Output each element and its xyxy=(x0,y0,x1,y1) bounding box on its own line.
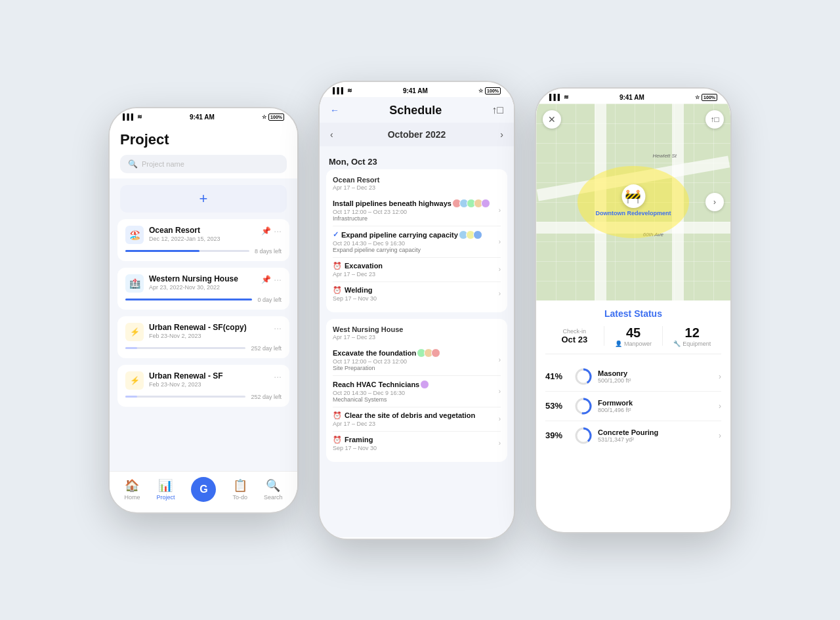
task-row[interactable]: ⏰ Excavation Apr 17 – Dec 23 › xyxy=(333,258,501,282)
stat-name: Concrete Pouring xyxy=(598,428,719,436)
checkin-label: Check-in xyxy=(545,328,604,335)
chevron-icon: › xyxy=(499,266,501,273)
progress-row-masonry[interactable]: 41% Masonry 500/1,200 ft² › xyxy=(545,362,721,392)
chevron-icon: › xyxy=(499,290,501,297)
status-section: Latest Status Check-in Oct 23 45 👤 Manpo… xyxy=(536,300,730,531)
project-name: Urban Renewal - SF(copy) xyxy=(149,323,247,332)
task-row[interactable]: ⏰ Welding Sep 17 – Nov 30 › xyxy=(333,282,501,306)
task-title-text: Welding xyxy=(345,286,373,294)
map-next-button[interactable]: › xyxy=(705,193,724,211)
chevron-right-icon: › xyxy=(719,402,721,411)
status-bar-2: ▌▌▌ ≋ 9:41 AM ☆ 100% xyxy=(320,82,514,97)
month-nav: ‹ October 2022 › xyxy=(320,123,514,146)
chevron-icon: › xyxy=(499,415,501,423)
nav-home[interactable]: 🏠 Home xyxy=(124,478,140,501)
project-card-urban[interactable]: ⚡ Urban Renewal - SF Feb 23-Nov 2, 2023 … xyxy=(117,365,289,407)
schedule-section-ocean: Ocean Resort Apr 17 – Dec 23 Install pip… xyxy=(326,169,507,312)
chevron-icon: › xyxy=(499,388,501,395)
days-left: 0 day left xyxy=(257,297,282,303)
nav-g-button[interactable]: G xyxy=(191,477,216,502)
map-share-button[interactable]: ↑□ xyxy=(705,110,724,129)
chevron-icon: › xyxy=(499,440,501,447)
chevron-icon: › xyxy=(499,207,501,214)
project-list: 🏖️ Ocean Resort Dec 12, 2022-Jan 15, 202… xyxy=(110,219,297,471)
checkin-value: Oct 23 xyxy=(545,335,604,344)
chevron-icon: › xyxy=(499,238,501,245)
search-nav-icon: 🔍 xyxy=(266,478,280,493)
task-dates: Oct 17 12:00 – Oct 23 12:00 xyxy=(333,209,499,215)
nav-project[interactable]: 📊 Project xyxy=(156,478,175,501)
signal-3: ▌▌▌ ≋ xyxy=(549,94,569,100)
back-button[interactable]: ← xyxy=(330,105,339,115)
task-dates: Apr 17 – Dec 23 xyxy=(333,271,499,278)
checkin-row: Check-in Oct 23 45 👤 Manpower 12 xyxy=(545,325,721,354)
project-icon-ocean: 🏖️ xyxy=(125,226,144,244)
clock-icon: ⏰ xyxy=(333,262,342,270)
donut-formwork xyxy=(574,397,593,415)
nav-search-label: Search xyxy=(264,494,283,501)
progress-row-formwork[interactable]: 53% Formwork 800/1,496 ft² › xyxy=(545,392,721,421)
schedule-section-nursing: West Nursing House Apr 17 – Dec 23 Excav… xyxy=(326,319,507,462)
nav-home-label: Home xyxy=(124,494,140,501)
check-icon: ✓ xyxy=(333,230,339,239)
stat-info-concrete: Concrete Pouring 531/1,347 yd² xyxy=(598,428,719,443)
project-card-urban-copy[interactable]: ⚡ Urban Renewal - SF(copy) Feb 23-Nov 2,… xyxy=(117,316,289,358)
search-placeholder: Project name xyxy=(142,160,184,168)
status-bar-3: ▌▌▌ ≋ 9:41 AM ☆ 100% xyxy=(536,89,730,104)
task-category: Infrastructure xyxy=(333,215,499,222)
task-row[interactable]: Install pipelines beneath highways Oct 1… xyxy=(333,195,501,226)
task-dates: Apr 17 – Dec 23 xyxy=(333,421,499,427)
time-1: 9:41 AM xyxy=(190,114,215,121)
project-map-label: Downtown Redevelopment xyxy=(595,210,671,217)
nav-todo[interactable]: 📋 To-do xyxy=(232,478,247,501)
manpower-count: 45 xyxy=(626,325,640,341)
pin-icon: 📌 xyxy=(261,275,271,284)
days-left: 8 days left xyxy=(255,248,282,255)
map-close-button[interactable]: ✕ xyxy=(543,110,561,129)
p1-search[interactable]: 🔍 Project name xyxy=(120,155,287,173)
more-icon[interactable]: ··· xyxy=(274,323,282,333)
phone1-body: Project 🔍 Project name + 🏖️ Ocean Re xyxy=(110,123,297,511)
more-icon[interactable]: ··· xyxy=(274,274,282,285)
task-row[interactable]: ⏰ Clear the site of debris and vegetatio… xyxy=(333,407,501,432)
task-dates: Sep 17 – Nov 30 xyxy=(333,295,499,302)
progress-row-concrete[interactable]: 39% Concrete Pouring 531/1,347 yd² › xyxy=(545,421,721,450)
chevron-right-icon: › xyxy=(719,372,721,381)
task-row[interactable]: ⏰ Framing Sep 17 – Nov 30 › xyxy=(333,432,501,455)
more-icon[interactable]: ··· xyxy=(274,371,282,382)
pct-concrete: 39% xyxy=(545,430,569,440)
project-name: Western Nursing House xyxy=(149,274,238,283)
map-cone: 🚧 Downtown Redevelopment xyxy=(595,184,671,217)
add-project-button[interactable]: + xyxy=(120,185,287,213)
project-date: Dec 12, 2022-Jan 15, 2023 xyxy=(149,236,220,242)
project-icon-nursing: 🏥 xyxy=(125,274,144,293)
days-left: 252 day left xyxy=(251,345,282,352)
project-card-nursing[interactable]: 🏥 Western Nursing House Apr 23, 2022-Nov… xyxy=(117,268,289,310)
prev-month-button[interactable]: ‹ xyxy=(330,129,333,140)
month-label: October 2022 xyxy=(388,129,446,140)
project-date: Apr 23, 2022-Nov 30, 2022 xyxy=(149,284,238,291)
pin-icon: 📌 xyxy=(261,226,271,236)
task-row[interactable]: Reach HVAC Technicians Oct 20 14:30 – De… xyxy=(333,376,501,407)
stat-info-formwork: Formwork 800/1,496 ft² xyxy=(598,399,719,413)
nav-todo-label: To-do xyxy=(232,494,247,501)
task-row[interactable]: Excavate the foundation Oct 17 12:00 – O… xyxy=(333,344,501,376)
phone2-body: ← Schedule ↑□ ‹ October 2022 › Mon, Oct … xyxy=(320,97,514,537)
nav-search[interactable]: 🔍 Search xyxy=(264,478,283,501)
project-card-ocean[interactable]: 🏖️ Ocean Resort Dec 12, 2022-Jan 15, 202… xyxy=(117,219,289,261)
schedule-title: Schedule xyxy=(389,104,442,117)
time-2: 9:41 AM xyxy=(403,87,428,94)
chevron-icon: › xyxy=(499,356,501,363)
pct-formwork: 53% xyxy=(545,401,569,411)
stat-detail: 531/1,347 yd² xyxy=(598,436,719,443)
share-icon[interactable]: ↑□ xyxy=(492,104,503,116)
section-dates-ocean: Apr 17 – Dec 23 xyxy=(333,184,501,191)
task-row[interactable]: ✓ Expand pipeline carrying capacity Oct … xyxy=(333,226,501,258)
task-title-text: Excavate the foundation xyxy=(333,349,416,357)
search-icon: 🔍 xyxy=(128,159,138,169)
next-month-button[interactable]: › xyxy=(500,129,503,140)
more-icon[interactable]: ··· xyxy=(274,226,282,236)
progress-fill xyxy=(125,347,137,349)
street-label-1: Hewlett St xyxy=(653,153,677,159)
progress-fill xyxy=(125,299,252,300)
